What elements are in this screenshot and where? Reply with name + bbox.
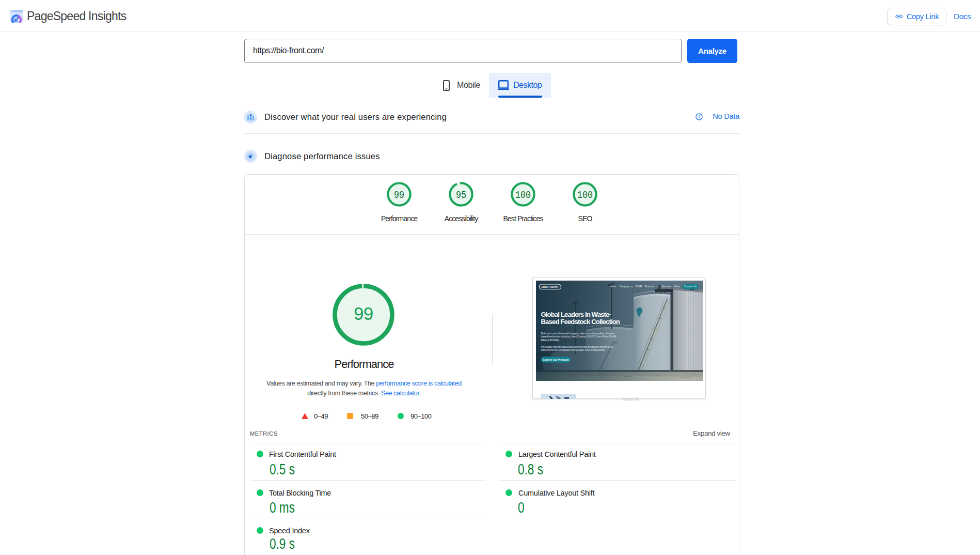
svg-text:Contact Us: Contact Us — [684, 285, 697, 288]
svg-text:Services: Services — [662, 285, 671, 288]
svg-text:Biofront is one of the world’s: Biofront is one of the world’s largest c… — [541, 332, 615, 335]
svg-text:Effluent (POME).: Effluent (POME). — [541, 338, 560, 342]
svg-text:BIOFRONT: BIOFRONT — [542, 285, 559, 288]
svg-text:Home: Home — [610, 285, 617, 288]
svg-text:Company: Company — [620, 285, 630, 288]
svg-text:Explore Our Products: Explore Our Products — [543, 358, 569, 361]
svg-text:TUKR: TUKR — [636, 285, 642, 288]
svg-text:100: 100 — [577, 189, 593, 201]
svg-text:News: News — [674, 285, 680, 288]
svg-text:We supply vital bio-based comp: We supply vital bio-based components and… — [541, 345, 613, 348]
svg-text:100: 100 — [515, 189, 531, 201]
svg-text:Products: Products — [645, 285, 654, 288]
svg-text:Global Leaders in Waste-: Global Leaders in Waste- — [541, 311, 611, 318]
svg-text:refineries for the production: refineries for the production of renewab… — [541, 348, 606, 351]
svg-text:95: 95 — [456, 189, 466, 201]
svg-text:Based Feedstock Collection: Based Feedstock Collection — [541, 318, 620, 326]
svg-text:99: 99 — [394, 189, 404, 201]
svg-text:based feedstocks including Use: based feedstocks including Used Cooking … — [541, 335, 617, 338]
